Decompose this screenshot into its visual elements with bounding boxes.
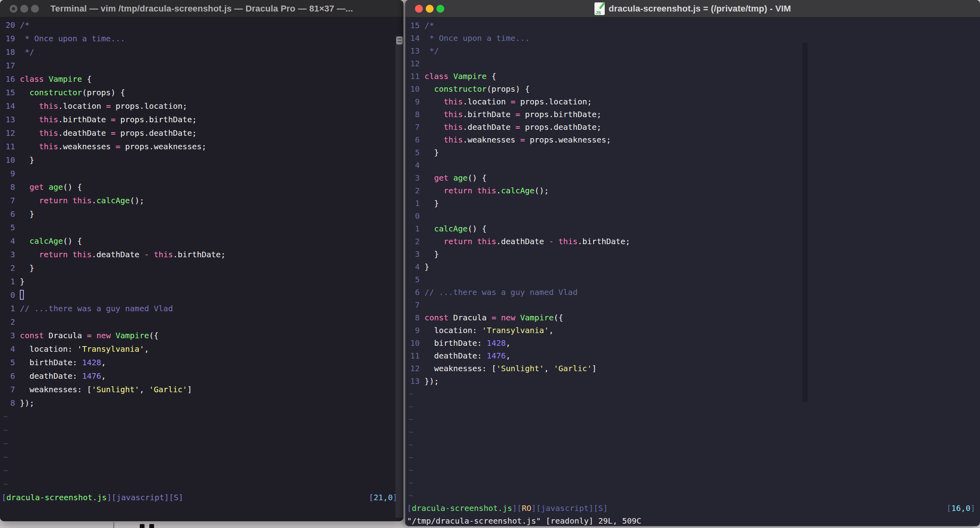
- close-button[interactable]: [10, 5, 17, 13]
- code-line[interactable]: 3 }: [405, 248, 980, 260]
- code-line[interactable]: 2 return this.calcAge();: [405, 184, 980, 197]
- code-line[interactable]: 16class Vampire {: [0, 72, 403, 86]
- minimize-button[interactable]: [426, 5, 434, 13]
- code-line[interactable]: 10 birthDate: 1428,: [405, 337, 980, 349]
- code-line[interactable]: 3const Dracula = new Vampire({: [0, 329, 403, 342]
- code-line[interactable]: 5 }: [405, 146, 980, 159]
- code-line[interactable]: 11 deathDate: 1476,: [405, 349, 980, 362]
- zoom-button[interactable]: [31, 5, 39, 13]
- code-line[interactable]: 15/*: [405, 19, 980, 32]
- terminal-vim-buffer[interactable]: 20/*19 * Once upon a time...18 */1716cla…: [0, 17, 403, 518]
- token: ][: [107, 491, 116, 504]
- code-line[interactable]: 3 get age() {: [405, 172, 980, 184]
- minimize-button[interactable]: [20, 5, 28, 13]
- split-pane-button[interactable]: [396, 37, 403, 44]
- code-line[interactable]: 0: [0, 288, 403, 302]
- line-number: 9: [410, 95, 420, 108]
- code-line[interactable]: 11 this.weaknesses = props.weaknesses;: [0, 140, 403, 153]
- token: dracula-screenshot.js: [412, 502, 512, 515]
- terminal-scrollbar[interactable]: [395, 36, 403, 518]
- token: [20, 115, 39, 124]
- code-line[interactable]: 2: [0, 315, 403, 329]
- code-line[interactable]: 6 this.weaknesses = props.weaknesses;: [405, 133, 980, 146]
- token: [448, 71, 453, 81]
- code-line[interactable]: 15 constructor(props) {: [0, 86, 403, 99]
- token: 'Garlic': [554, 364, 592, 373]
- code-line[interactable]: 13});: [405, 375, 980, 387]
- code-line[interactable]: 6// ...there was a guy named Vlad: [405, 286, 980, 299]
- code-line[interactable]: 18 */: [0, 45, 403, 59]
- code-area[interactable]: 20/*19 * Once upon a time...18 */1716cla…: [0, 18, 403, 491]
- code-line[interactable]: 12: [405, 57, 980, 70]
- code-line[interactable]: 9: [0, 167, 403, 180]
- token: return: [444, 237, 472, 246]
- code-line[interactable]: 5 birthDate: 1428,: [0, 356, 403, 369]
- token: return: [39, 196, 68, 205]
- code-line[interactable]: 8 this.birthDate = props.birthDate;: [405, 108, 980, 121]
- code-line[interactable]: 13 this.birthDate = props.birthDate;: [0, 113, 403, 126]
- code-line[interactable]: 13 */: [405, 44, 980, 57]
- line-number: 13: [410, 44, 420, 57]
- code-line[interactable]: 1 }: [405, 197, 980, 210]
- token: ,: [506, 338, 511, 348]
- code-line[interactable]: 2 }: [0, 261, 403, 275]
- code-line[interactable]: 20/*: [0, 18, 403, 32]
- line-number: 7: [410, 299, 420, 311]
- token: .location: [463, 97, 510, 106]
- code-line[interactable]: 12 this.deathDate = props.deathDate;: [0, 126, 403, 140]
- line-number: 18: [6, 45, 15, 59]
- code-line[interactable]: 12 weaknesses: ['Sunlight', 'Garlic']: [405, 362, 980, 375]
- terminal-titlebar[interactable]: Terminal — vim /tmp/dracula-screenshot.j…: [0, 0, 403, 17]
- line-number: 10: [410, 83, 420, 95]
- token: this: [444, 135, 463, 145]
- code-line[interactable]: 5: [405, 273, 980, 286]
- code-line[interactable]: 14 this.location = props.location;: [0, 99, 403, 113]
- code-line[interactable]: 1// ...there was a guy named Vlad: [0, 302, 403, 315]
- code-line[interactable]: 19 * Once upon a time...: [0, 32, 403, 45]
- code-area[interactable]: 15/*14 * Once upon a time...13 */1211cla…: [405, 19, 980, 502]
- token: .: [496, 186, 501, 195]
- token: ({: [149, 331, 158, 340]
- code-line[interactable]: 10 constructor(props) {: [405, 83, 980, 95]
- line-number: 3: [410, 248, 420, 260]
- line-number: 7: [410, 121, 420, 133]
- code-line[interactable]: 5: [0, 221, 403, 234]
- macvim-scrollbar-track[interactable]: [803, 43, 808, 402]
- code-line[interactable]: 7 weaknesses: ['Sunlight', 'Garlic']: [0, 383, 403, 396]
- zoom-button[interactable]: [436, 5, 444, 13]
- code-line[interactable]: 0: [405, 210, 980, 222]
- macvim-buffer[interactable]: 15/*14 * Once upon a time...13 */1211cla…: [405, 17, 980, 526]
- code-line[interactable]: 3 return this.deathDate - this.birthDate…: [0, 248, 403, 261]
- line-number: 11: [410, 349, 420, 362]
- code-line[interactable]: 9 this.location = props.location;: [405, 95, 980, 108]
- code-line[interactable]: 1 calcAge() {: [405, 222, 980, 235]
- code-line[interactable]: 7 this.deathDate = props.deathDate;: [405, 121, 980, 133]
- macvim-titlebar[interactable]: JS dracula-screenshot.js = (/private/tmp…: [405, 0, 980, 17]
- code-line[interactable]: 8const Dracula = new Vampire({: [405, 311, 980, 324]
- code-line[interactable]: 4 calcAge() {: [0, 234, 403, 248]
- token: this: [558, 237, 577, 246]
- code-line[interactable]: 4}: [405, 260, 980, 273]
- close-button[interactable]: [415, 5, 423, 13]
- code-line[interactable]: 17: [0, 59, 403, 72]
- token: props.birthDate;: [520, 110, 602, 119]
- token: [: [947, 502, 951, 515]
- code-line[interactable]: 4: [405, 159, 980, 172]
- code-line[interactable]: 1}: [0, 275, 403, 288]
- code-line[interactable]: 8 get age() {: [0, 180, 403, 194]
- code-line[interactable]: 8});: [0, 396, 403, 410]
- code-line[interactable]: 7: [405, 299, 980, 311]
- token: ,: [139, 385, 149, 394]
- statusline-spacer: [608, 502, 947, 515]
- code-line[interactable]: 2 return this.deathDate - this.birthDate…: [405, 235, 980, 248]
- code-line[interactable]: 9 location: 'Transylvania',: [405, 324, 980, 337]
- code-line[interactable]: 6 }: [0, 207, 403, 221]
- code-line[interactable]: 6 deathDate: 1476,: [0, 369, 403, 383]
- code-line[interactable]: 7 return this.calcAge();: [0, 194, 403, 207]
- code-line[interactable]: 14 * Once upon a time...: [405, 32, 980, 44]
- code-line[interactable]: 4 location: 'Transylvania',: [0, 342, 403, 356]
- macvim-window: JS dracula-screenshot.js = (/private/tmp…: [405, 0, 980, 526]
- token: .deathDate: [463, 122, 515, 132]
- code-line[interactable]: 11class Vampire {: [405, 70, 980, 83]
- code-line[interactable]: 10 }: [0, 153, 403, 167]
